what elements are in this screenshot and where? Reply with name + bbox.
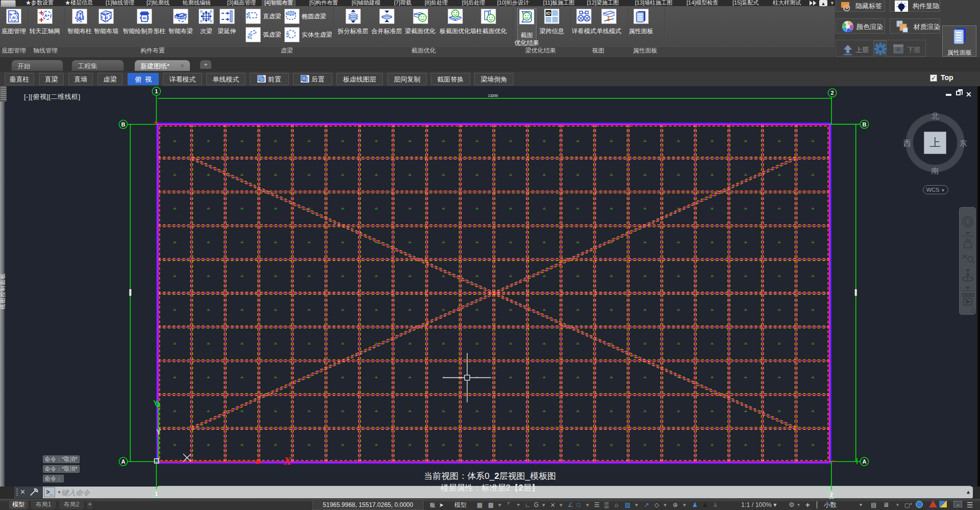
svg-text:A+: A+ [44, 13, 50, 18]
svg-text:AI: AI [105, 16, 108, 19]
svg-text:AI: AI [12, 16, 16, 19]
svg-text:Y: Y [156, 428, 161, 436]
svg-text:13200: 13200 [488, 94, 498, 97]
svg-text:A: A [121, 458, 125, 465]
svg-text:AI: AI [142, 16, 146, 20]
svg-text:1: 1 [155, 88, 158, 94]
svg-text:2: 2 [831, 90, 834, 96]
svg-text:ID: ID [546, 11, 551, 16]
svg-text:B: B [862, 121, 866, 128]
svg-text:B: B [121, 121, 125, 128]
svg-text:Y: Y [153, 398, 158, 407]
svg-text:AT: AT [180, 16, 185, 20]
svg-text:X: X [283, 454, 292, 467]
svg-text:A: A [862, 458, 866, 465]
svg-text:AI: AI [78, 16, 82, 20]
